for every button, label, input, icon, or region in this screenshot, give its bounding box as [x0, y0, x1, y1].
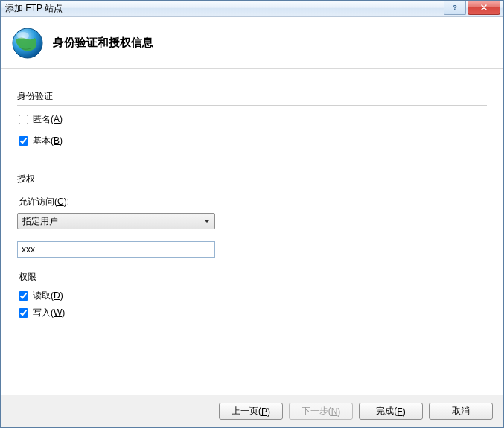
close-icon: [479, 4, 488, 11]
wizard-window: 添加 FTP 站点 ?: [0, 0, 504, 428]
wizard-header: 身份验证和授权信息: [1, 17, 503, 69]
finish-button[interactable]: 完成(F): [359, 403, 423, 420]
anonymous-checkbox[interactable]: [19, 115, 28, 124]
window-controls: ?: [444, 1, 503, 16]
help-button[interactable]: ?: [444, 1, 466, 15]
titlebar: 添加 FTP 站点 ?: [1, 1, 503, 17]
allow-access-dropdown-value: 指定用户: [22, 215, 58, 228]
allow-access-label: 允许访问(C):: [19, 196, 487, 208]
page-title: 身份验证和授权信息: [53, 36, 153, 50]
anonymous-checkbox-row[interactable]: 匿名(A): [19, 113, 487, 126]
svg-point-2: [17, 32, 29, 39]
wizard-footer: 上一页(P) 下一步(N) 完成(F) 取消: [1, 395, 503, 427]
cancel-button[interactable]: 取消: [429, 403, 493, 420]
read-label: 读取(D): [33, 290, 63, 302]
permissions-title: 权限: [19, 271, 487, 284]
anonymous-label: 匿名(A): [33, 113, 63, 126]
allow-access-dropdown[interactable]: 指定用户: [17, 213, 215, 229]
chevron-down-icon: [204, 220, 210, 223]
read-checkbox-row[interactable]: 读取(D): [19, 290, 487, 302]
write-checkbox-row[interactable]: 写入(W): [19, 307, 487, 319]
auth-group-title: 身份验证: [17, 90, 487, 106]
wizard-content: 身份验证 匿名(A) 基本(B) 授权 允许访问(C): 指定用户 权限: [1, 69, 503, 395]
help-icon: ?: [451, 4, 459, 11]
basic-checkbox-row[interactable]: 基本(B): [19, 135, 487, 147]
next-button: 下一步(N): [289, 403, 353, 420]
close-button[interactable]: [468, 1, 500, 15]
basic-checkbox[interactable]: [19, 136, 28, 146]
write-label: 写入(W): [33, 307, 65, 319]
basic-label: 基本(B): [33, 135, 63, 147]
svg-text:?: ?: [453, 4, 457, 11]
write-checkbox[interactable]: [19, 308, 28, 318]
user-input[interactable]: [17, 241, 215, 258]
globe-icon: [10, 25, 45, 61]
read-checkbox[interactable]: [19, 291, 28, 301]
authorization-group-title: 授权: [17, 173, 487, 188]
window-title: 添加 FTP 站点: [5, 2, 444, 15]
previous-button[interactable]: 上一页(P): [219, 403, 283, 420]
